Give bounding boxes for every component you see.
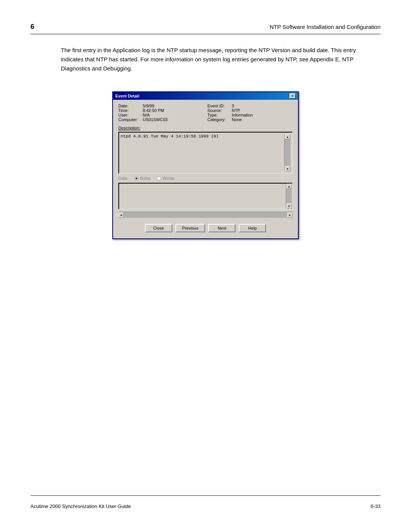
description-scrollbar-v[interactable]: ▲ ▼ (284, 134, 290, 171)
type-row: Type: Information (207, 113, 293, 117)
bytes-radio-filled (135, 177, 137, 179)
computer-label: Computer: (118, 117, 141, 122)
user-value: N/A (143, 113, 150, 117)
bytes-radio[interactable]: Bytes (134, 176, 151, 181)
event-id-row: Event ID: 3 (207, 104, 293, 108)
source-row: Source: NTP (207, 108, 293, 113)
date-value: 5/9/99 (143, 104, 155, 108)
description-textarea[interactable]: ntpd 4.0.91 Tue May 4 14:19:58 1999 (0) … (118, 132, 293, 174)
lower-scrollbar-v[interactable]: ▲ ▼ (286, 184, 292, 209)
dialog-titlebar: Event Detail × (113, 92, 298, 100)
page-header: 6 NTP Software Installation and Configur… (30, 23, 381, 34)
lower-scroll-up-btn[interactable]: ▲ (287, 184, 292, 189)
scroll-down-btn[interactable]: ▼ (285, 166, 290, 171)
page-number: 6 (30, 23, 34, 31)
computer-row: Computer: US01SWC03 (118, 117, 204, 122)
event-id-value: 3 (232, 104, 234, 108)
category-label: Category: (207, 117, 230, 122)
description-text: ntpd 4.0.91 Tue May 4 14:19:58 1999 (0) (121, 134, 218, 139)
lower-content (119, 184, 286, 209)
user-row: User: N/A (118, 113, 204, 117)
description-label: Description: (118, 126, 293, 130)
description-label-text: Description: (118, 126, 140, 130)
info-grid: Date: 5/9/99 Time: 8:42:50 PM User: N/A (118, 104, 293, 122)
button-row: Close Previous Next Help (118, 222, 293, 235)
source-value: NTP (232, 108, 240, 113)
dialog-title: Event Detail (115, 94, 139, 98)
category-value: None (232, 117, 242, 122)
hscroll-right-btn[interactable]: ► (287, 212, 293, 218)
previous-button[interactable]: Previous (175, 224, 206, 232)
close-button[interactable]: Close (145, 224, 172, 232)
data-row: Data: Bytes Words (118, 176, 293, 181)
page-footer: Acutime 2000 Synchronization Kit User Gu… (30, 495, 381, 509)
hscroll-left-btn[interactable]: ◄ (118, 212, 124, 218)
footer-right: 6-33 (371, 503, 381, 509)
footer-left: Acutime 2000 Synchronization Kit User Gu… (30, 503, 131, 509)
date-label: Date: (118, 104, 141, 108)
bytes-label: Bytes (140, 176, 151, 181)
words-radio-circle[interactable] (157, 176, 161, 181)
time-value: 8:42:50 PM (143, 108, 164, 113)
scroll-track-upper (285, 139, 290, 166)
user-label: User: (118, 113, 141, 117)
info-right: Event ID: 3 Source: NTP Type: Informatio… (207, 104, 293, 122)
data-label: Data: (118, 176, 128, 181)
next-button[interactable]: Next (208, 224, 236, 232)
type-value: Information (232, 113, 253, 117)
type-label: Type: (207, 113, 230, 117)
scroll-up-btn[interactable]: ▲ (285, 134, 290, 139)
body-paragraph: The first entry in the Application log i… (61, 46, 365, 73)
category-row: Category: None (207, 117, 293, 122)
event-id-label: Event ID: (207, 104, 230, 108)
event-detail-dialog: Event Detail × Date: 5/9/99 Time: (112, 91, 299, 239)
info-left: Date: 5/9/99 Time: 8:42:50 PM User: N/A (118, 104, 204, 122)
date-row: Date: 5/9/99 (118, 104, 204, 108)
dialog-close-button[interactable]: × (290, 93, 296, 99)
words-label: Words (162, 176, 175, 181)
lower-scroll-track (286, 189, 292, 203)
words-radio[interactable]: Words (157, 176, 175, 181)
dialog-container: Event Detail × Date: 5/9/99 Time: (30, 91, 381, 239)
time-label: Time: (118, 108, 141, 113)
lower-textarea[interactable]: ▲ ▼ (118, 183, 293, 209)
hscroll-track (124, 212, 287, 218)
dialog-body: Date: 5/9/99 Time: 8:42:50 PM User: N/A (113, 100, 298, 238)
lower-scroll-down-btn[interactable]: ▼ (287, 203, 292, 209)
bytes-radio-circle[interactable] (134, 176, 139, 181)
computer-value: US01SWC03 (143, 117, 167, 122)
time-row: Time: 8:42:50 PM (118, 108, 204, 113)
horizontal-scrollbar[interactable]: ◄ ► (118, 212, 293, 218)
description-content: ntpd 4.0.91 Tue May 4 14:19:58 1999 (0) (121, 134, 284, 171)
source-label: Source: (207, 108, 230, 113)
help-button[interactable]: Help (239, 224, 266, 232)
page-title: NTP Software Installation and Configurat… (269, 24, 381, 30)
